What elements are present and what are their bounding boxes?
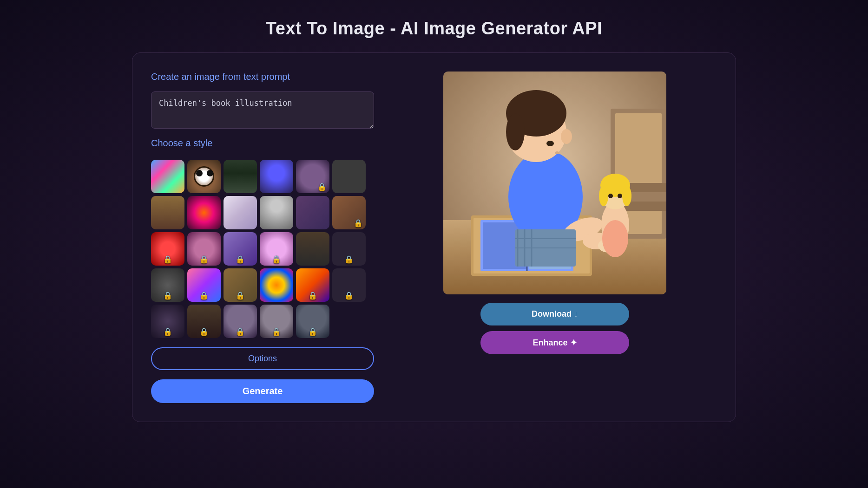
style-thumb-14[interactable]: 🔒 [187,232,221,266]
style-thumb-9[interactable] [224,196,257,229]
page-title: Text To Image - AI Image Generator API [266,19,602,39]
generated-image [443,72,666,294]
style-thumb-8[interactable] [187,196,221,229]
prompt-label: Create an image from text prompt [151,72,290,82]
lock-icon-26: 🔒 [199,327,209,336]
options-button[interactable]: Options [151,347,374,370]
lock-icon-13: 🔒 [163,255,172,264]
style-thumb-26[interactable]: 🔒 [187,305,221,338]
style-thumb-22[interactable] [260,268,293,302]
style-thumb-20[interactable]: 🔒 [187,268,221,302]
style-thumb-7[interactable] [151,196,184,229]
right-panel: Download ↓ Enhance ✦ [393,72,717,403]
lock-icon-24: 🔒 [344,291,354,300]
lock-icon-14: 🔒 [199,255,209,264]
lock-icon-18: 🔒 [344,255,354,264]
lock-icon-27: 🔒 [236,327,245,336]
action-buttons: Download ↓ Enhance ✦ [480,303,629,354]
style-section: Choose a style [151,138,374,149]
style-thumb-2[interactable] [187,160,221,193]
lock-icon-29: 🔒 [308,327,317,336]
prompt-input[interactable]: Children's book illustration [151,91,374,129]
style-thumb-12[interactable]: 🔒 [332,196,366,229]
style-thumb-28[interactable]: 🔒 [260,305,293,338]
lock-icon-5: 🔒 [317,182,327,191]
style-thumb-10[interactable] [260,196,293,229]
style-thumb-16[interactable]: 🔒 [260,232,293,266]
style-label: Choose a style [151,138,212,148]
lock-icon-16: 🔒 [272,255,281,264]
left-panel: Create an image from text prompt Childre… [151,72,374,403]
main-card: Create an image from text prompt Childre… [132,52,736,422]
style-thumb-5[interactable]: 🔒 [296,160,329,193]
lock-icon-15: 🔒 [236,255,245,264]
lock-icon-12: 🔒 [354,219,363,228]
style-thumb-11[interactable] [296,196,329,229]
style-thumb-24[interactable]: 🔒 [332,268,366,302]
style-thumb-13[interactable]: 🔒 [151,232,184,266]
style-thumb-18[interactable]: 🔒 [332,232,366,266]
style-thumb-3[interactable] [224,160,257,193]
enhance-button[interactable]: Enhance ✦ [480,331,629,354]
lock-icon-21: 🔒 [236,291,245,300]
style-thumb-25[interactable]: 🔒 [151,305,184,338]
style-thumb-21[interactable]: 🔒 [224,268,257,302]
prompt-section-label: Create an image from text prompt [151,72,374,82]
style-thumb-6[interactable] [332,160,366,193]
download-button[interactable]: Download ↓ [480,303,629,325]
style-thumb-17[interactable] [296,232,329,266]
generate-button[interactable]: Generate [151,379,374,403]
style-thumb-1[interactable] [151,160,184,193]
lock-icon-25: 🔒 [163,327,172,336]
lock-icon-23: 🔒 [308,291,317,300]
style-thumb-29[interactable]: 🔒 [296,305,329,338]
lock-icon-20: 🔒 [199,291,209,300]
style-thumb-4[interactable] [260,160,293,193]
lock-icon-28: 🔒 [272,327,281,336]
style-thumb-23[interactable]: 🔒 [296,268,329,302]
style-thumb-15[interactable]: 🔒 [224,232,257,266]
lock-icon-19: 🔒 [163,291,172,300]
style-thumb-19[interactable]: 🔒 [151,268,184,302]
style-grid: 🔒 🔒 🔒 🔒 🔒 🔒 [151,160,374,338]
svg-rect-37 [443,72,666,294]
style-thumb-27[interactable]: 🔒 [224,305,257,338]
